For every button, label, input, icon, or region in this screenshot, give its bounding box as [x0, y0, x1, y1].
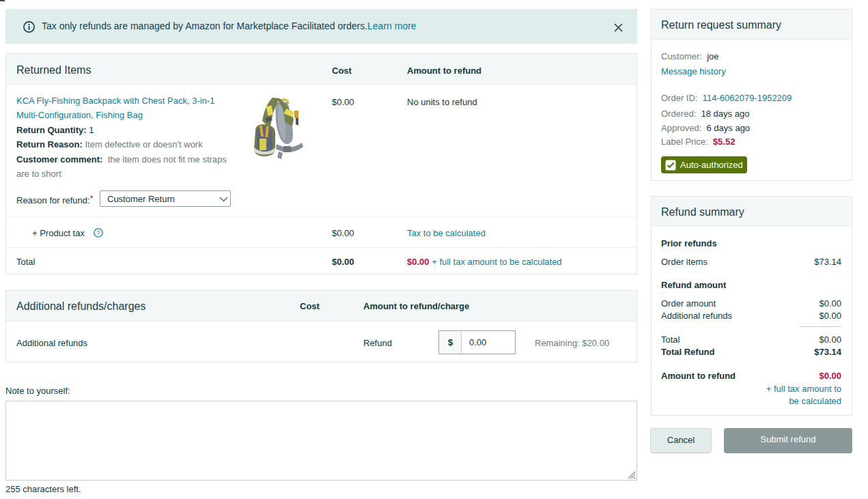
svg-text:?: ?: [96, 229, 100, 236]
